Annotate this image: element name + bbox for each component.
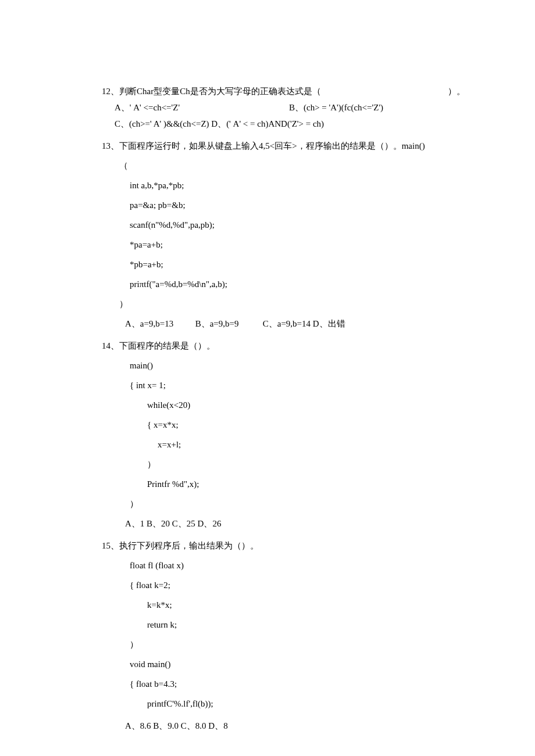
q13-prompt: 13、下面程序运行时，如果从键盘上输入4,5<回车>，程序输出的结果是（）。ma… [102, 139, 465, 153]
q15-l8: printfC'%.lf',fl(b)); [102, 697, 465, 711]
q13-opts: A、a=9,b=13 B、a=9,b=9 C、a=9,b=14 D、出错 [102, 317, 465, 331]
q15-l3: k=k*x; [102, 598, 465, 612]
q15-prompt: 15、执行下列程序后，输出结果为（）。 [102, 539, 465, 553]
q13-l3: scanf(n"%d,%d",pa,pb); [102, 218, 465, 232]
q12-prompt: 12、判断Char型变量Ch是否为大写字母的正确表达式是（ [102, 84, 321, 98]
q14-l8: ） [102, 497, 465, 511]
q14-prompt: 14、下面程序的结果是（）。 [102, 339, 465, 353]
q12-optB: B、(ch> = 'A')(fc(ch<='Z') [289, 101, 465, 114]
q12-optC: C、(ch>=' A' )&&(ch<=Z) D、(' A' < = ch)AN… [115, 119, 324, 128]
q14-l6: ） [102, 457, 465, 471]
q14-opts: A、1 B、20 C、25 D、26 [102, 517, 465, 531]
q15-l4: return k; [102, 618, 465, 632]
q14-l5: x=x+l; [102, 438, 465, 452]
q12-opts-row2: C、(ch>=' A' )&&(ch<=Z) D、(' A' < = ch)AN… [102, 117, 465, 131]
q12-optA: A、' A' <=ch<='Z' [115, 101, 289, 114]
q14-l1: main() [102, 359, 465, 372]
q14-l3: while(x<20) [102, 398, 465, 412]
q14-l7: Printfr %d",x); [102, 477, 465, 491]
q12-blank-close: ）。 [448, 84, 465, 98]
q13-l6: priπtf("a=%d,b=%d\n",a,b); [102, 277, 465, 291]
q14-l4: { x=x*x; [102, 418, 465, 432]
q13-l2: pa=&a; pb=&b; [102, 198, 465, 212]
q15-l2: { float k=2; [102, 578, 465, 592]
q13-brace-open: （ [102, 159, 465, 173]
page: 12、判断Char型变量Ch是否为大写字母的正确表达式是（ ）。 A、' A' … [0, 0, 535, 756]
q15-l7: { float b=4.3; [102, 677, 465, 691]
q12-opts-row1: A、' A' <=ch<='Z' B、(ch> = 'A')(fc(ch<='Z… [102, 101, 465, 114]
q13-l1: int a,b,*pa,*pb; [102, 178, 465, 192]
q15-opts: A、8.6 B、9.0 C、8.0 D、8 [102, 719, 465, 733]
q15-l6: void main() [102, 657, 465, 671]
q14-l2: { int x= 1; [102, 378, 465, 392]
q13-l5: *pb=a+b; [102, 257, 465, 271]
q12-prompt-row: 12、判断Char型变量Ch是否为大写字母的正确表达式是（ ）。 [102, 84, 465, 98]
q15-l1: float fl (float x) [102, 558, 465, 572]
q15-l5: ） [102, 637, 465, 651]
q13-brace-close: ） [102, 297, 465, 311]
q13-l4: *pa=a+b; [102, 238, 465, 252]
